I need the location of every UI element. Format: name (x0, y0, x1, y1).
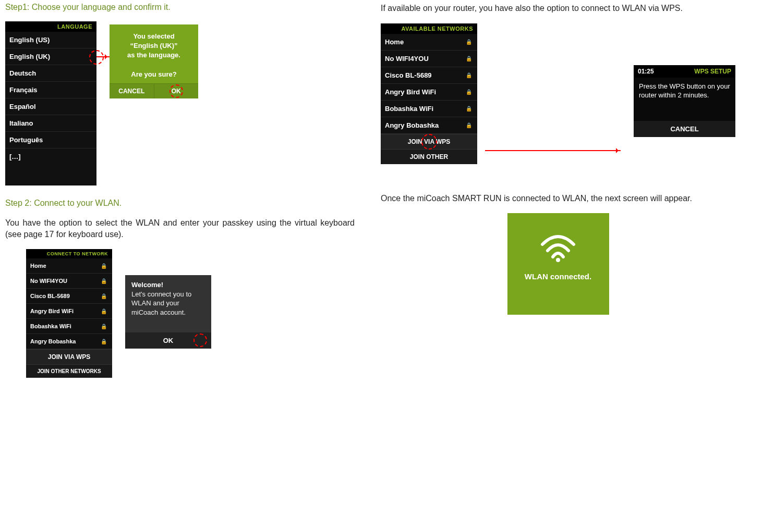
lock-icon: 🔒 (466, 39, 472, 45)
connect-network-menu: CONNECT TO NETWORK Home🔒 No WIFI4YOU🔒 Ci… (26, 249, 112, 378)
wps-setup-dialog: 01:25 WPS SETUP Press the WPS button on … (634, 65, 735, 137)
lock-icon: 🔒 (466, 89, 472, 95)
wifi-icon (540, 234, 576, 263)
join-other-networks-button[interactable]: JOIN OTHER NETWORKS (26, 364, 112, 378)
lock-icon: 🔒 (101, 324, 107, 329)
lock-icon: 🔒 (101, 339, 107, 344)
lock-icon: 🔒 (101, 278, 107, 284)
cancel-button[interactable]: CANCEL (110, 83, 154, 98)
available-networks-menu: AVAILABLE NETWORKS Home🔒 No WIFI4YOU🔒 Ci… (381, 23, 477, 164)
join-via-wps-button[interactable]: JOIN VIA WPS (381, 134, 477, 149)
step2-body-text: You have the option to select the WLAN a… (5, 217, 355, 240)
network-item[interactable]: No WIFI4YOU🔒 (26, 274, 112, 289)
lang-item[interactable]: Español (5, 98, 96, 115)
highlight-circle (89, 50, 104, 65)
lock-icon: 🔒 (466, 122, 472, 128)
join-other-button[interactable]: JOIN OTHER (381, 149, 477, 164)
wps-timer: 01:25 (638, 68, 654, 75)
language-menu: LANGUAGE English (US) English (UK) Deuts… (5, 21, 96, 185)
available-networks-header: AVAILABLE NETWORKS (381, 23, 477, 34)
step2-heading: Step 2: Connect to your WLAN. (5, 199, 355, 208)
confirm-language-dialog: You selected “English (UK)” as the langu… (110, 24, 198, 98)
lang-item[interactable]: Italiano (5, 115, 96, 132)
welcome-dialog-body: Welcome! Let's connect you to WLAN and y… (125, 275, 211, 332)
wps-setup-message: Press the WPS button on your router with… (634, 78, 735, 121)
connect-network-header: CONNECT TO NETWORK (26, 249, 112, 258)
lock-icon: 🔒 (101, 293, 107, 299)
welcome-dialog: Welcome! Let's connect you to WLAN and y… (125, 275, 211, 349)
language-menu-header: LANGUAGE (5, 21, 96, 32)
lock-icon: 🔒 (466, 106, 472, 112)
network-item[interactable]: Home🔒 (381, 34, 477, 51)
network-item[interactable]: Cisco BL-5689🔒 (381, 67, 477, 84)
network-item[interactable]: Angry Bobashka🔒 (26, 334, 112, 349)
lock-icon: 🔒 (466, 72, 472, 78)
ok-button[interactable]: OK (125, 332, 211, 349)
network-item[interactable]: Cisco BL-5689🔒 (26, 289, 112, 304)
network-item[interactable]: Home🔒 (26, 258, 112, 274)
network-item[interactable]: No WIFI4YOU🔒 (381, 51, 477, 67)
lang-item[interactable]: English (US) (5, 32, 96, 48)
svg-point-0 (556, 258, 560, 262)
lang-item[interactable]: Deutsch (5, 65, 96, 82)
wlan-connected-label: WLAN connected. (507, 272, 609, 281)
lang-item[interactable]: English (UK) (5, 48, 96, 65)
ok-button[interactable]: OK (154, 83, 199, 98)
lang-item-more[interactable]: […] (5, 149, 96, 165)
cancel-button[interactable]: CANCEL (634, 121, 735, 137)
lang-item[interactable]: Português (5, 132, 96, 149)
network-item[interactable]: Bobashka WiFi🔒 (26, 319, 112, 334)
network-item[interactable]: Angry Bird WiFi🔒 (26, 304, 112, 319)
wlan-connected-screen: WLAN connected. (507, 213, 609, 315)
connected-intro-text: Once the miCoach SMART RUN is connected … (381, 193, 735, 204)
highlight-circle (193, 333, 207, 347)
lock-icon: 🔒 (466, 56, 472, 61)
lock-icon: 🔒 (101, 263, 107, 269)
red-arrow (96, 56, 110, 57)
wps-setup-title: WPS SETUP (694, 68, 731, 75)
wps-intro-text: If available on your router, you have al… (381, 3, 735, 14)
network-item[interactable]: Bobashka WiFi🔒 (381, 101, 477, 117)
step1-heading: Step1: Choose your language and confirm … (5, 3, 355, 12)
join-via-wps-button[interactable]: JOIN VIA WPS (26, 349, 112, 364)
network-item[interactable]: Angry Bird WiFi🔒 (381, 84, 477, 101)
lock-icon: 🔒 (101, 308, 107, 314)
red-arrow (485, 150, 621, 151)
confirm-language-message: You selected “English (UK)” as the langu… (110, 24, 198, 83)
network-item[interactable]: Angry Bobashka🔒 (381, 117, 477, 134)
lang-item[interactable]: Français (5, 82, 96, 98)
